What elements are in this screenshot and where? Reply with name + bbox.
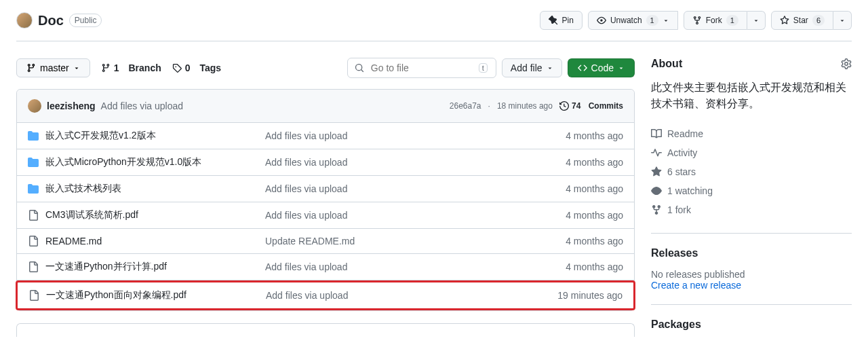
code-icon <box>578 63 587 73</box>
packages-heading: Packages <box>651 318 852 331</box>
file-commit-msg[interactable]: Update README.md <box>265 236 566 246</box>
readme-box-top <box>16 323 635 337</box>
activity-link[interactable]: Activity <box>651 143 852 162</box>
branches-link[interactable]: 1 Branch <box>101 62 161 73</box>
pin-icon <box>549 16 558 25</box>
commit-sha[interactable]: 26e6a7a <box>450 101 481 111</box>
file-name[interactable]: 嵌入式C开发规范v1.2版本 <box>45 130 156 142</box>
readme-link[interactable]: Readme <box>651 124 852 143</box>
file-commit-msg[interactable]: Add files via upload <box>265 210 566 221</box>
commits-count: 74 <box>572 101 580 111</box>
file-icon <box>28 290 39 301</box>
visibility-badge: Public <box>69 14 102 27</box>
watch-count: 1 <box>646 15 658 26</box>
star-count: 6 <box>812 15 825 26</box>
book-icon <box>651 128 662 139</box>
search-icon <box>355 63 364 73</box>
file-name[interactable]: CM3调试系统简析.pdf <box>45 209 138 221</box>
search-input[interactable] <box>370 62 479 74</box>
file-row: 嵌入式技术栈列表Add files via upload4 months ago <box>17 176 634 202</box>
caret-down-icon <box>73 65 80 71</box>
releases-heading: Releases <box>651 247 852 259</box>
file-time: 4 months ago <box>566 183 623 194</box>
file-name[interactable]: README.md <box>45 236 102 246</box>
fork-dropdown[interactable] <box>747 11 766 30</box>
folder-icon <box>28 130 39 141</box>
history-icon <box>559 101 569 111</box>
file-row: 一文速通Python面向对象编程.pdfAdd files via upload… <box>18 282 633 308</box>
tags-link[interactable]: 0 Tags <box>172 62 221 73</box>
file-row: 嵌入式C开发规范v1.2版本Add files via upload4 mont… <box>17 123 634 149</box>
star-icon <box>651 166 662 177</box>
owner-avatar[interactable] <box>16 12 33 29</box>
action-bar: master 1 Branch 0 Tags t Add file <box>16 58 635 78</box>
watching-link[interactable]: 1 watching <box>651 181 852 200</box>
forks-link[interactable]: 1 fork <box>651 200 852 219</box>
create-release-link[interactable]: Create a new release <box>651 280 741 291</box>
file-time: 4 months ago <box>566 236 623 246</box>
file-time: 4 months ago <box>566 261 623 272</box>
file-name[interactable]: 嵌入式技术栈列表 <box>45 183 121 195</box>
branch-count: 1 <box>114 62 119 73</box>
eye-icon <box>597 16 606 25</box>
author-avatar[interactable] <box>28 99 41 113</box>
pin-label: Pin <box>562 16 574 25</box>
star-dropdown[interactable] <box>833 11 852 30</box>
file-commit-msg[interactable]: Add files via upload <box>265 261 566 272</box>
file-name[interactable]: 嵌入式MicroPython开发规范v1.0版本 <box>45 156 201 168</box>
star-button[interactable]: Star 6 <box>771 11 833 30</box>
caret-down-icon <box>839 17 846 24</box>
commits-link[interactable]: 74 Commits <box>559 101 623 111</box>
file-listing: leezisheng Add files via upload 26e6a7a … <box>16 89 635 311</box>
commit-message[interactable]: Add files via upload <box>101 101 183 111</box>
file-time: 4 months ago <box>566 210 623 221</box>
file-commit-msg[interactable]: Add files via upload <box>266 290 557 301</box>
tag-count: 0 <box>185 62 191 73</box>
star-icon <box>780 16 789 25</box>
gear-icon[interactable] <box>841 58 852 69</box>
file-name[interactable]: 一文速通Python面向对象编程.pdf <box>46 289 186 302</box>
watch-button[interactable]: Unwatch 1 <box>588 11 678 30</box>
commit-time: 18 minutes ago <box>497 101 553 111</box>
code-button[interactable]: Code <box>568 58 635 77</box>
add-file-button[interactable]: Add file <box>502 58 562 77</box>
file-time: 19 minutes ago <box>557 290 623 301</box>
repo-name[interactable]: Doc <box>38 13 64 29</box>
repo-header: Doc Public Pin Unwatch 1 Fork 1 <box>16 11 852 41</box>
file-commit-msg[interactable]: Add files via upload <box>265 130 566 141</box>
go-to-file-search[interactable]: t <box>347 58 496 78</box>
file-commit-msg[interactable]: Add files via upload <box>265 183 566 194</box>
file-icon <box>28 210 39 221</box>
branch-name: master <box>40 62 69 73</box>
file-icon <box>28 236 39 246</box>
file-icon <box>28 261 39 272</box>
stars-link[interactable]: 6 stars <box>651 162 852 181</box>
fork-count: 1 <box>726 15 738 26</box>
search-kbd: t <box>479 63 488 73</box>
caret-down-icon <box>547 65 553 71</box>
pulse-icon <box>651 147 662 158</box>
fork-button[interactable]: Fork 1 <box>684 11 747 30</box>
highlighted-file-row: 一文速通Python面向对象编程.pdfAdd files via upload… <box>16 280 635 310</box>
branch-icon <box>26 63 36 73</box>
commit-author[interactable]: leezisheng <box>47 101 96 111</box>
folder-icon <box>28 183 39 194</box>
caret-down-icon <box>618 65 625 71</box>
file-row: 嵌入式MicroPython开发规范v1.0版本Add files via up… <box>17 149 634 176</box>
star-label: Star <box>793 16 808 25</box>
file-time: 4 months ago <box>566 157 623 168</box>
fork-label: Fork <box>706 16 722 25</box>
file-name[interactable]: 一文速通Python并行计算.pdf <box>45 261 167 273</box>
file-commit-msg[interactable]: Add files via upload <box>265 157 566 168</box>
pin-button[interactable]: Pin <box>540 11 583 30</box>
about-heading: About <box>651 58 852 70</box>
file-time: 4 months ago <box>566 130 623 141</box>
fork-icon <box>651 204 662 215</box>
branch-selector[interactable]: master <box>16 58 90 77</box>
commit-header: leezisheng Add files via upload 26e6a7a … <box>17 90 634 123</box>
file-row: 一文速通Python并行计算.pdfAdd files via upload4 … <box>17 254 634 280</box>
no-releases-text: No releases published <box>651 269 852 280</box>
fork-icon <box>692 16 702 25</box>
eye-icon <box>651 185 662 196</box>
file-row: CM3调试系统简析.pdfAdd files via upload4 month… <box>17 202 634 229</box>
